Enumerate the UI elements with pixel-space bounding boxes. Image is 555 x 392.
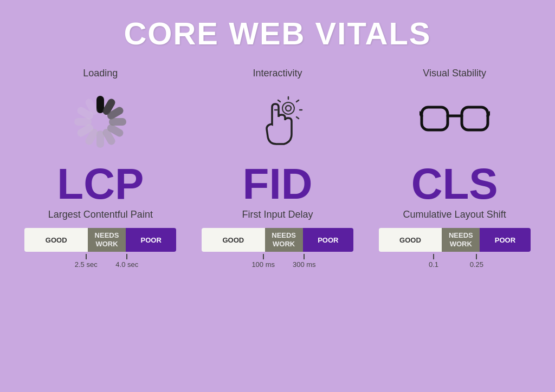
fid-bar-container: GOOD NEEDSWORK POOR 100 ms 300 ms [202, 228, 353, 266]
fid-category: Interactivity [253, 68, 302, 79]
cls-bar-needs: NEEDSWORK [442, 228, 480, 252]
svg-line-23 [420, 113, 422, 116]
cls-tick2: 0.25 [470, 254, 483, 269]
fid-bar-track: GOOD NEEDSWORK POOR [202, 228, 353, 252]
fid-bar-good: GOOD [202, 228, 265, 252]
fid-tick1-label: 100 ms [251, 260, 275, 269]
glasses-icon [420, 103, 490, 141]
fid-tick2-label: 300 ms [293, 260, 316, 269]
cls-tick1-label: 0.1 [429, 260, 438, 269]
lcp-card: Loading [19, 68, 182, 266]
fid-bar-labels: 100 ms 300 ms [202, 254, 353, 266]
lcp-bar-container: GOOD NEEDSWORK POOR 2.5 sec 4.0 sec [24, 228, 176, 266]
svg-line-18 [278, 100, 280, 102]
fid-acronym: FID [243, 162, 313, 206]
svg-point-12 [286, 106, 291, 111]
cls-bar-poor: POOR [480, 228, 530, 252]
lcp-tick1: 2.5 sec [75, 254, 98, 269]
lcp-bar-needs: NEEDSWORK [88, 228, 126, 252]
fid-tick2: 300 ms [293, 254, 316, 269]
cls-bar-track: GOOD NEEDSWORK POOR [379, 228, 531, 252]
lcp-acronym: LCP [57, 162, 144, 206]
svg-point-13 [282, 102, 294, 114]
fid-fullname: First Input Delay [242, 209, 313, 220]
fid-tick1: 100 ms [251, 254, 275, 269]
lcp-bar-good: GOOD [24, 228, 88, 252]
cls-category: Visual Stability [423, 68, 486, 79]
svg-line-24 [488, 113, 490, 116]
lcp-category: Loading [83, 68, 118, 79]
lcp-bar-track: GOOD NEEDSWORK POOR [24, 228, 176, 252]
cls-tick2-label: 0.25 [470, 260, 483, 269]
svg-rect-21 [462, 107, 488, 130]
lcp-tick1-label: 2.5 sec [75, 260, 98, 269]
lcp-bar-poor: POOR [126, 228, 176, 252]
svg-line-17 [296, 117, 299, 119]
touch-icon [246, 91, 308, 153]
lcp-tick2: 4.0 sec [115, 254, 138, 269]
lcp-icon [65, 87, 135, 157]
cls-bar-labels: 0.1 0.25 [379, 254, 531, 266]
cls-acronym: CLS [411, 162, 498, 206]
svg-rect-20 [422, 107, 448, 130]
vitals-row: Loading [12, 68, 543, 266]
page-title: CORE WEB VITALS [124, 15, 431, 51]
lcp-tick2-label: 4.0 sec [115, 260, 138, 269]
cls-tick1: 0.1 [429, 254, 438, 269]
fid-icon [242, 87, 313, 157]
cls-icon [420, 87, 490, 157]
cls-card: Visual Stability CLS Cumulative Layout S… [373, 68, 536, 266]
fid-card: Interactivity [196, 68, 359, 266]
svg-line-15 [296, 100, 299, 102]
fid-bar-poor: POOR [303, 228, 353, 252]
cls-bar-container: GOOD NEEDSWORK POOR 0.1 0.25 [379, 228, 531, 266]
cls-fullname: Cumulative Layout Shift [403, 209, 506, 220]
lcp-fullname: Largest Contentful Paint [48, 209, 153, 220]
lcp-bar-labels: 2.5 sec 4.0 sec [24, 254, 176, 266]
spinner-icon [70, 92, 130, 152]
fid-bar-needs: NEEDSWORK [265, 228, 303, 252]
cls-bar-good: GOOD [379, 228, 442, 252]
